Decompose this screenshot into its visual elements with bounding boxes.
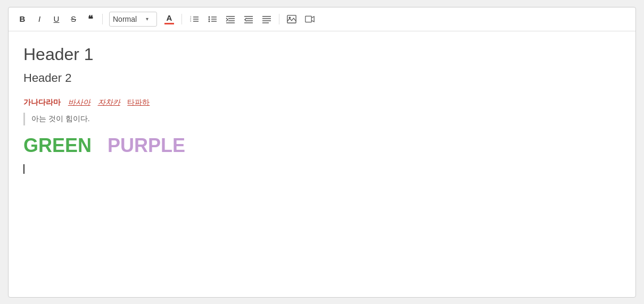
indent-decrease-button[interactable] <box>241 12 257 27</box>
video-icon <box>305 14 315 24</box>
ordered-list-icon: 1 2 3 <box>189 14 199 24</box>
style-select-wrapper[interactable]: Normal Header 1 Header 2 Header 3 Quote … <box>109 12 157 27</box>
image-icon <box>287 14 296 24</box>
insert-image-button[interactable] <box>284 12 300 27</box>
unordered-list-icon <box>208 14 217 24</box>
chevron-down-icon: ▾ <box>146 16 148 22</box>
strikethrough-button[interactable]: S <box>66 12 81 27</box>
segment-italic-underline-2: 자차카 <box>98 98 120 106</box>
cursor-line[interactable] <box>23 163 621 176</box>
editor-content[interactable]: Header 1 Header 2 가나다라마 바사아 자차카 타파하 아는 것… <box>9 31 635 297</box>
svg-point-11 <box>209 20 210 22</box>
toolbar: B I U S ❝ Normal Header 1 Header 2 Heade… <box>9 7 635 31</box>
svg-point-9 <box>209 16 210 18</box>
heading-2: Header 2 <box>23 71 621 86</box>
font-color-button[interactable]: A <box>161 13 177 26</box>
bold-button[interactable]: B <box>15 12 30 27</box>
insert-video-button[interactable] <box>302 12 318 27</box>
editor-container: B I U S ❝ Normal Header 1 Header 2 Heade… <box>8 7 636 298</box>
text-cursor <box>23 164 24 174</box>
colored-text-line: GREEN PURPLE <box>23 134 621 157</box>
svg-rect-26 <box>306 16 311 22</box>
purple-text: PURPLE <box>108 134 185 156</box>
align-button[interactable] <box>259 12 275 27</box>
green-text: GREEN <box>23 134 92 156</box>
segment-italic-underline: 바사아 <box>68 98 90 106</box>
unordered-list-button[interactable] <box>204 12 220 27</box>
toolbar-separator-1 <box>102 14 103 24</box>
align-icon <box>262 14 271 24</box>
svg-point-10 <box>209 18 210 20</box>
blockquote-bar <box>23 113 25 125</box>
indent-decrease-icon <box>244 14 253 24</box>
segment-underline: 타파하 <box>127 98 150 106</box>
ordered-list-button[interactable]: 1 2 3 <box>186 12 202 27</box>
blockquote: 아는 것이 힘이다. <box>23 113 621 125</box>
heading-1: Header 1 <box>23 44 621 64</box>
svg-text:3: 3 <box>190 20 192 22</box>
indent-increase-icon <box>226 14 235 24</box>
blockquote-text: 아는 것이 힘이다. <box>31 113 90 124</box>
toolbar-separator-2 <box>181 14 182 24</box>
font-color-indicator <box>164 23 174 24</box>
style-select[interactable]: Normal Header 1 Header 2 Header 3 Quote <box>113 15 144 23</box>
mixed-text-line: 가나다라마 바사아 자차카 타파하 <box>23 96 621 108</box>
italic-button[interactable]: I <box>32 12 47 27</box>
font-color-label: A <box>167 14 172 22</box>
indent-increase-button[interactable] <box>222 12 238 27</box>
toolbar-separator-3 <box>279 14 279 24</box>
quote-button[interactable]: ❝ <box>83 12 98 27</box>
underline-button[interactable]: U <box>49 12 64 27</box>
segment-bold: 가나다라마 <box>23 98 61 106</box>
